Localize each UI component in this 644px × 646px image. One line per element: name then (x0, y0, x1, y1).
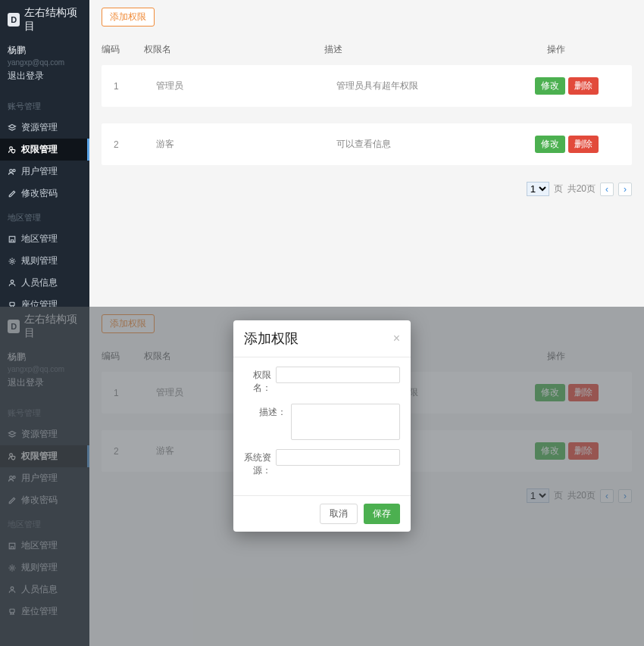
gear-icon (8, 257, 17, 266)
brand: D 左右结构项目 (0, 0, 89, 39)
cell-code: 2 (114, 139, 156, 150)
sidebar-item-label: 修改密码 (21, 187, 58, 200)
cancel-button[interactable]: 取消 (320, 504, 358, 524)
table-row: 2 游客 可以查看信息 修改 删除 (102, 123, 632, 165)
modal-title: 添加权限 (244, 329, 299, 348)
user-email: yangxp@qq.com (8, 58, 82, 67)
nav-group-account: 账号管理 (0, 93, 89, 117)
cell-desc: 可以查看信息 (336, 138, 535, 151)
user-name: 杨鹏 (8, 44, 82, 57)
sidebar-item-label: 规则管理 (21, 254, 58, 267)
user-block: 杨鹏 yangxp@qq.com 退出登录 (0, 39, 89, 93)
svg-point-1 (10, 169, 13, 172)
col-code: 编码 (102, 43, 144, 56)
table-header: 编码 权限名 描述 操作 (89, 34, 644, 65)
brand-logo: D (8, 13, 20, 27)
system-resource-input[interactable] (276, 449, 400, 466)
layers-icon (8, 123, 17, 133)
page-unit: 页 (554, 183, 563, 195)
users-icon (8, 167, 17, 176)
col-name: 权限名 (144, 43, 324, 56)
cell-name: 游客 (156, 138, 336, 151)
sidebar-item-users[interactable]: 用户管理 (0, 161, 89, 183)
sidebar-item-change-password[interactable]: 修改密码 (0, 183, 89, 204)
sidebar-item-permissions[interactable]: 权限管理 (0, 139, 89, 161)
sidebar-item-label: 地区管理 (21, 232, 58, 245)
sidebar-item-label: 资源管理 (21, 121, 58, 134)
permission-name-input[interactable] (276, 367, 400, 383)
page-prev-button[interactable]: ‹ (600, 183, 614, 196)
sidebar-item-staff[interactable]: 人员信息 (0, 272, 89, 294)
permission-desc-textarea[interactable] (291, 404, 400, 440)
add-permission-modal: 添加权限 × 权限名： 描述： 系统资源： 取消 保存 (233, 320, 411, 532)
svg-rect-6 (10, 302, 14, 306)
brand-name: 左右结构项目 (24, 6, 82, 33)
svg-point-0 (10, 146, 13, 149)
sidebar: D 左右结构项目 杨鹏 yangxp@qq.com 退出登录 账号管理 资源管理… (0, 0, 89, 307)
page-select[interactable]: 1 (527, 182, 549, 196)
logout-link[interactable]: 退出登录 (8, 67, 82, 86)
delete-button[interactable]: 删除 (568, 77, 599, 95)
delete-button[interactable]: 删除 (568, 136, 599, 153)
person-icon (8, 279, 17, 288)
svg-point-4 (11, 260, 14, 262)
add-permission-button[interactable]: 添加权限 (102, 8, 155, 27)
col-desc: 描述 (324, 43, 547, 56)
user-shield-icon (8, 145, 17, 154)
sidebar-item-label: 人员信息 (21, 276, 58, 289)
edit-button[interactable]: 修改 (535, 136, 565, 153)
cell-code: 1 (114, 81, 156, 92)
pencil-icon (8, 189, 17, 198)
svg-rect-3 (9, 236, 15, 242)
sidebar-item-label: 用户管理 (21, 165, 58, 178)
sidebar-item-label: 权限管理 (21, 143, 58, 156)
save-button[interactable]: 保存 (364, 504, 400, 524)
close-icon[interactable]: × (393, 332, 400, 345)
sidebar-item-rules[interactable]: 规则管理 (0, 250, 89, 272)
cell-name: 管理员 (156, 80, 336, 92)
edit-button[interactable]: 修改 (535, 77, 565, 95)
pager: 1 页 共20页 ‹ › (89, 182, 644, 196)
field-desc-label: 描述： (244, 404, 286, 419)
table-row: 1 管理员 管理员具有超年权限 修改 删除 (102, 65, 632, 107)
field-res-label: 系统资源： (244, 449, 271, 477)
field-name-label: 权限名： (244, 367, 271, 395)
svg-point-5 (11, 279, 14, 282)
nav-group-region: 地区管理 (0, 204, 89, 228)
sidebar-item-region[interactable]: 地区管理 (0, 228, 89, 250)
svg-point-2 (13, 169, 15, 171)
cell-desc: 管理员具有超年权限 (336, 80, 535, 92)
col-ops: 操作 (547, 43, 632, 56)
building-icon (8, 235, 17, 244)
main-content: 添加权限 编码 权限名 描述 操作 1 管理员 管理员具有超年权限 修改 删除 … (89, 0, 644, 307)
sidebar-item-resources[interactable]: 资源管理 (0, 117, 89, 139)
page-total: 共20页 (567, 183, 596, 195)
page-next-button[interactable]: › (618, 183, 632, 196)
